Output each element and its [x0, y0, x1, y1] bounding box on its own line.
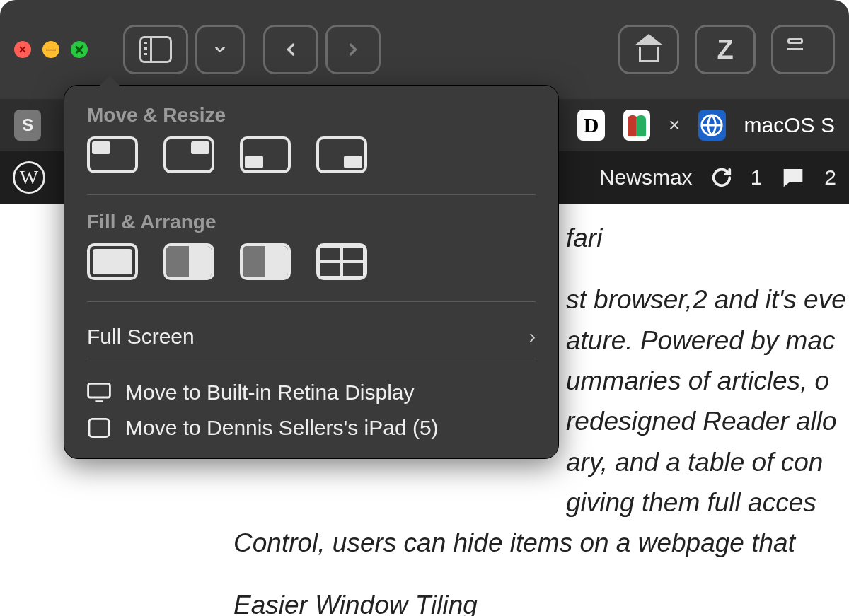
tile-top-right-button[interactable] [163, 136, 214, 173]
traffic-lights: ✕ — [14, 41, 88, 58]
content-heading: Easier Window Tiling [233, 585, 849, 616]
chevron-right-icon [343, 40, 363, 59]
tab-favicon-people[interactable] [623, 110, 650, 141]
zotero-button[interactable]: Z [695, 25, 756, 74]
tile-bottom-right-button[interactable] [316, 136, 367, 173]
tab-favicon-s[interactable]: S [14, 110, 41, 141]
move-to-ipad-menu-item[interactable]: Move to Dennis Sellers's iPad (5) [64, 410, 558, 446]
window-tiling-popover: Move & Resize Fill & Arrange Full Screen… [64, 85, 559, 459]
move-to-display-menu-item[interactable]: Move to Built-in Retina Display [64, 375, 558, 410]
fill-arrange-options [64, 243, 558, 298]
updates-count[interactable]: 1 [751, 165, 763, 190]
content-line: Control, users can hide items on a webpa… [233, 523, 849, 563]
comments-count[interactable]: 2 [824, 165, 836, 190]
forward-button[interactable] [325, 25, 381, 74]
divider [87, 359, 536, 359]
address-bar[interactable] [771, 25, 835, 74]
home-button[interactable] [618, 25, 679, 74]
window-toolbar: ✕ — Z [0, 0, 849, 99]
sidebar-icon [139, 36, 172, 63]
tab-groups-dropdown-button[interactable] [195, 25, 245, 74]
tab-favicon-globe[interactable] [698, 110, 725, 141]
corner-icon [245, 156, 263, 168]
tab-label[interactable]: macOS S [744, 113, 835, 137]
wp-site-name[interactable]: Newsmax [599, 165, 693, 190]
move-resize-options [64, 136, 558, 192]
svg-rect-3 [89, 419, 109, 436]
popover-section-label: Move & Resize [64, 104, 558, 136]
menu-item-label: Move to Built-in Retina Display [125, 380, 415, 405]
popover-section-label: Fill & Arrange [64, 211, 558, 243]
home-icon [635, 37, 663, 62]
wordpress-logo-icon[interactable]: W [13, 161, 45, 194]
arrange-left-right-button[interactable] [163, 243, 214, 280]
corner-icon [92, 141, 110, 154]
tab-favicon-d[interactable]: D [577, 110, 604, 141]
content-line: giving them full acces [233, 482, 849, 523]
ipad-icon [87, 418, 111, 438]
toolbar-right-group: Z [618, 25, 835, 74]
divider [87, 194, 536, 195]
divider [87, 301, 536, 302]
menu-item-label: Full Screen [87, 325, 195, 349]
corner-icon [344, 156, 362, 168]
toolbar-nav-group [263, 25, 381, 74]
letter-z-icon: Z [717, 35, 733, 65]
comment-icon[interactable] [780, 166, 806, 189]
chevron-left-icon [281, 40, 301, 59]
tile-top-left-button[interactable] [87, 136, 138, 173]
full-screen-menu-item[interactable]: Full Screen › [64, 318, 558, 356]
menu-item-label: Move to Dennis Sellers's iPad (5) [125, 416, 439, 440]
window-close-button[interactable]: ✕ [14, 41, 31, 58]
window-zoom-button[interactable] [71, 41, 88, 58]
back-button[interactable] [263, 25, 318, 74]
arrange-three-button[interactable] [240, 243, 291, 280]
svg-rect-1 [88, 383, 110, 397]
chevron-right-icon: › [529, 325, 536, 348]
chevron-down-icon [212, 42, 228, 57]
display-icon [87, 383, 111, 402]
fill-screen-button[interactable] [87, 243, 138, 280]
corner-icon [191, 141, 209, 154]
toolbar-left-group [123, 25, 245, 74]
tile-bottom-left-button[interactable] [240, 136, 291, 173]
tab-close-button[interactable]: × [669, 114, 680, 136]
sidebar-toggle-button[interactable] [123, 25, 188, 74]
website-settings-icon [786, 38, 804, 61]
globe-icon [700, 113, 724, 137]
arrange-quarters-button[interactable] [316, 243, 367, 280]
updates-icon[interactable] [711, 167, 732, 188]
window-minimize-button[interactable]: — [42, 41, 59, 58]
